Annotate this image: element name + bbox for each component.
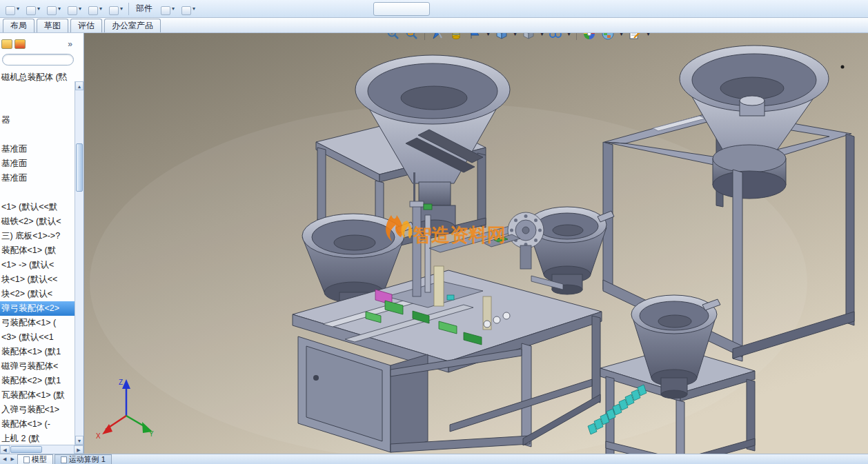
toolbar-icon: [161, 6, 170, 15]
dropdown-arrow-icon: ▾: [37, 3, 40, 15]
dropdown-arrow-icon: ▾: [120, 3, 123, 15]
triad-y-label: Y: [149, 430, 154, 438]
scroll-left-arrow-icon[interactable]: ◀: [0, 445, 10, 454]
motion-study-tab-icon: [61, 456, 67, 463]
propertymanager-tab-icon[interactable]: [14, 39, 26, 49]
tree-item[interactable]: 装配体<1> (默: [0, 243, 75, 258]
tree-item[interactable]: 基准面: [0, 157, 75, 171]
dropdown-arrow-icon: ▾: [99, 3, 102, 15]
triad-x-label: X: [96, 432, 101, 440]
panel-tab-strip: »: [0, 33, 83, 52]
dropdown-arrow-icon: ▾: [172, 3, 175, 15]
tree-item[interactable]: 磁弹弓装配体<: [0, 359, 75, 374]
tree-item-selected[interactable]: 弹弓装配体<2>: [0, 301, 75, 316]
tab-model[interactable]: 模型: [17, 454, 53, 464]
tree-item[interactable]: 瓦装配体<1> (默: [0, 388, 75, 403]
tree-item[interactable]: 装配体<2> (默1: [0, 374, 75, 388]
tab-nav-left-icon[interactable]: ◀: [1, 456, 8, 462]
vertical-scroll-thumb[interactable]: [76, 143, 83, 192]
tree-item[interactable]: 磁铁<2> (默认<: [0, 214, 75, 229]
panel-expand-chevron-icon[interactable]: »: [68, 39, 72, 49]
tree-item[interactable]: 上机 2 (默: [0, 432, 75, 445]
bottom-status-bar: ◀ ▶ 模型 运动算例 1: [0, 454, 868, 464]
tree-item[interactable]: 装配体<1> (默1: [0, 345, 75, 359]
tree-item[interactable]: [0, 185, 75, 200]
tree-item[interactable]: [0, 84, 75, 99]
command-manager-tabs: 布局 草图 评估 办公室产品: [0, 18, 868, 33]
scroll-right-arrow-icon[interactable]: ▶: [74, 445, 83, 454]
toolbar-dropdown-1[interactable]: ▾: [4, 2, 21, 16]
watermark-text: 智造资料网: [412, 225, 506, 245]
toolbar-dropdown-7[interactable]: ▾: [159, 2, 176, 16]
toolbar-dropdown-5[interactable]: ▾: [87, 2, 103, 16]
model-tab-icon: [23, 456, 30, 463]
tree-item[interactable]: <3> (默认<<1: [0, 330, 75, 345]
tree-item[interactable]: <1> (默认<<默: [0, 200, 75, 214]
tree-horizontal-scrollbar[interactable]: ◀ ▶: [0, 445, 83, 454]
toolbar-dropdown-3[interactable]: ▾: [46, 2, 62, 16]
tree-item[interactable]: 块<1> (默认<<: [0, 272, 75, 287]
toolbar-icon: [47, 6, 57, 15]
dropdown-arrow-icon: ▾: [58, 3, 61, 15]
horizontal-scroll-thumb[interactable]: [10, 446, 42, 453]
tree-vertical-scrollbar[interactable]: ▲ ▼: [75, 81, 83, 445]
triad-z-label: Z: [119, 379, 123, 386]
scroll-track[interactable]: [43, 445, 74, 454]
tab-model-label: 模型: [32, 454, 47, 464]
tab-layout[interactable]: 布局: [3, 19, 34, 32]
tab-motion-study[interactable]: 运动算例 1: [55, 454, 112, 464]
dropdown-arrow-icon: ▾: [193, 3, 195, 15]
toolbar-dropdown-6[interactable]: ▾: [108, 2, 124, 16]
tree-item[interactable]: [0, 99, 75, 113]
toolbar-icon: [88, 6, 98, 15]
feature-manager-panel: » 磁机总装配体 (黙 器 基准面 基准面 基准面 <1> (默认<<默 磁铁<…: [0, 33, 84, 454]
feature-tree: 磁机总装配体 (黙 器 基准面 基准面 基准面 <1> (默认<<默 磁铁<2>…: [0, 70, 75, 445]
toolbar-dropdown-8[interactable]: ▾: [180, 2, 197, 16]
tree-item[interactable]: 入弹弓装配<1>: [0, 403, 75, 417]
featuremanager-tab-icon[interactable]: [1, 39, 12, 49]
top-toolbar: ▾ ▾ ▾ ▾ ▾ ▾ 部件 ▾ ▾: [0, 0, 868, 18]
tree-item[interactable]: [0, 128, 75, 142]
toolbar-icon: [68, 6, 77, 15]
tree-item[interactable]: 三) 底板<1>->?: [0, 229, 75, 243]
component-toolbar-label[interactable]: 部件: [133, 3, 155, 14]
tree-item[interactable]: 装配体<1> (-: [0, 417, 75, 432]
toolbar-quick-button[interactable]: [373, 2, 430, 16]
tree-item[interactable]: 块<2> (默认<: [0, 287, 75, 301]
scroll-up-arrow-icon[interactable]: ▲: [75, 81, 83, 90]
tab-nav-right-icon[interactable]: ▶: [9, 456, 15, 462]
tab-sketch[interactable]: 草图: [37, 19, 68, 32]
tree-item[interactable]: <1> -> (默认<: [0, 258, 75, 272]
dropdown-arrow-icon: ▾: [17, 3, 19, 15]
tree-item[interactable]: 基准面: [0, 171, 75, 185]
tree-item[interactable]: 弓装配体<1> (: [0, 316, 75, 330]
tree-item[interactable]: 基准面: [0, 142, 75, 157]
feature-filter-box[interactable]: [2, 54, 74, 65]
cursor-dot: [841, 65, 845, 69]
toolbar-icon: [181, 6, 191, 15]
viewport-3d[interactable]: Z X Y 智造资料网: [0, 0, 868, 464]
tree-root-item[interactable]: 磁机总装配体 (黙: [0, 70, 75, 84]
toolbar-icon: [109, 6, 119, 15]
toolbar-icon: [26, 6, 36, 15]
toolbar-dropdown-2[interactable]: ▾: [25, 2, 41, 16]
tab-office-products[interactable]: 办公室产品: [104, 19, 161, 32]
toolbar-icon: [6, 6, 15, 15]
toolbar-separator: [128, 3, 129, 15]
tab-evaluate[interactable]: 评估: [70, 19, 102, 32]
toolbar-dropdown-4[interactable]: ▾: [66, 2, 83, 16]
scroll-down-arrow-icon[interactable]: ▼: [75, 436, 83, 445]
dropdown-arrow-icon: ▾: [79, 3, 81, 15]
tab-motion-study-label: 运动算例 1: [69, 454, 106, 464]
tree-item[interactable]: 器: [0, 113, 75, 128]
